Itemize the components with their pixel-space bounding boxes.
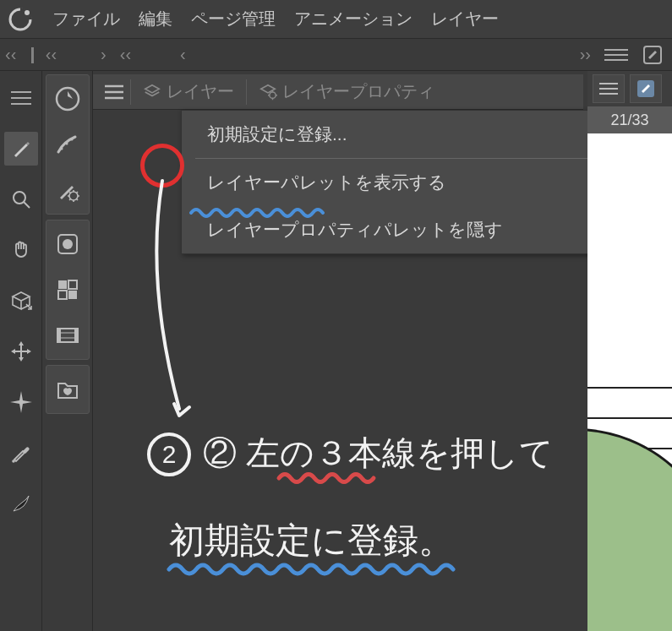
tab-layer[interactable]: レイヤー <box>131 74 246 109</box>
pen-tool-icon[interactable] <box>4 132 38 166</box>
nav-back-icon[interactable]: ‹ <box>180 45 186 64</box>
sparkle-tool-icon[interactable] <box>4 385 38 419</box>
page-indicator: 21/33 <box>587 106 672 133</box>
menu-layer[interactable]: レイヤー <box>431 8 499 30</box>
svg-rect-25 <box>57 329 61 342</box>
nav-row: ‹‹ || ‹‹ › ‹‹ ‹ ›› <box>0 39 672 71</box>
menu-page[interactable]: ページ管理 <box>191 8 276 30</box>
menu-edit[interactable]: 編集 <box>139 8 172 30</box>
grip-icon[interactable]: || <box>30 45 31 64</box>
app-logo-icon[interactable] <box>7 6 34 33</box>
svg-text:2: 2 <box>162 440 177 468</box>
annotation-line2: 初期設定に登録。 <box>169 520 454 560</box>
nav-end-icon[interactable]: ›› <box>580 45 591 64</box>
nav-next-icon[interactable]: › <box>101 45 107 64</box>
nav-fastfwd-icon[interactable]: ‹‹ <box>120 45 131 64</box>
tab-layer-property-label: レイヤープロパティ <box>282 80 434 103</box>
timeline-icon[interactable] <box>51 317 85 354</box>
right-strip: 21/33 <box>587 71 672 631</box>
nav-first-icon[interactable]: ‹‹ <box>5 45 16 64</box>
palette-menu-button[interactable] <box>98 76 130 108</box>
brush-tool-icon[interactable] <box>4 487 38 520</box>
mask-icon[interactable] <box>51 226 85 263</box>
edit-icon[interactable] <box>642 44 667 66</box>
annotation-line1: ② 左の３本線を押して <box>203 434 554 471</box>
search-tool-icon[interactable] <box>4 182 38 216</box>
grid-icon[interactable] <box>51 271 85 308</box>
canvas-preview[interactable] <box>587 133 672 631</box>
svg-point-13 <box>65 143 68 145</box>
svg-point-14 <box>70 139 73 141</box>
menu-bar: ファイル 編集 ページ管理 アニメーション レイヤー <box>0 0 672 39</box>
pen-settings-icon[interactable] <box>51 171 85 209</box>
svg-point-30 <box>270 92 276 98</box>
eyedropper-tool-icon[interactable] <box>4 436 38 470</box>
annotation-red-circle <box>140 144 184 188</box>
hamburger-left-icon[interactable] <box>11 81 31 115</box>
favorites-icon[interactable] <box>51 371 85 408</box>
menu-file[interactable]: ファイル <box>52 8 120 30</box>
svg-rect-21 <box>68 291 77 299</box>
tab-layer-property[interactable]: レイヤープロパティ <box>247 74 446 109</box>
panel-group-3 <box>46 365 90 414</box>
menu-animation[interactable]: アニメーション <box>294 8 412 30</box>
move-tool-icon[interactable] <box>4 335 38 368</box>
hamburger-right-icon[interactable] <box>604 45 628 65</box>
right-edit-icon[interactable] <box>630 74 662 103</box>
palette-tab-row: レイヤー レイヤープロパティ <box>93 74 583 110</box>
quick-access-icon[interactable] <box>51 80 85 117</box>
menu-show-layer-palette[interactable]: レイヤーパレットを表示する <box>182 159 606 206</box>
tool-column <box>0 71 42 631</box>
menu-hide-property-palette[interactable]: レイヤープロパティパレットを隠す <box>182 206 606 253</box>
svg-line-7 <box>24 202 30 208</box>
tab-layer-label: レイヤー <box>167 80 234 103</box>
cube-tool-icon[interactable] <box>4 284 38 318</box>
svg-rect-18 <box>58 280 67 289</box>
svg-point-10 <box>12 460 15 463</box>
nav-rewind-icon[interactable]: ‹‹ <box>46 45 57 64</box>
svg-point-12 <box>60 148 63 150</box>
svg-point-6 <box>14 192 25 204</box>
brush-size-icon[interactable] <box>51 126 85 163</box>
svg-point-35 <box>149 434 189 475</box>
svg-point-1 <box>25 10 30 15</box>
panel-column <box>42 71 93 631</box>
menu-register-defaults[interactable]: 初期設定に登録... <box>182 111 606 158</box>
svg-rect-20 <box>58 291 67 299</box>
right-hamburger-icon[interactable] <box>593 74 625 103</box>
palette-dropdown-menu: 初期設定に登録... レイヤーパレットを表示する レイヤープロパティパレットを隠… <box>181 110 607 254</box>
main-area: レイヤー レイヤープロパティ 初期設定に登録... レイヤーパレットを表示する … <box>0 71 672 631</box>
svg-rect-19 <box>68 280 77 289</box>
panel-group-2 <box>46 220 90 360</box>
hand-tool-icon[interactable] <box>4 233 38 267</box>
svg-point-17 <box>63 239 73 249</box>
svg-rect-26 <box>74 329 78 342</box>
svg-point-11 <box>57 88 79 110</box>
panel-group-1 <box>46 74 90 215</box>
